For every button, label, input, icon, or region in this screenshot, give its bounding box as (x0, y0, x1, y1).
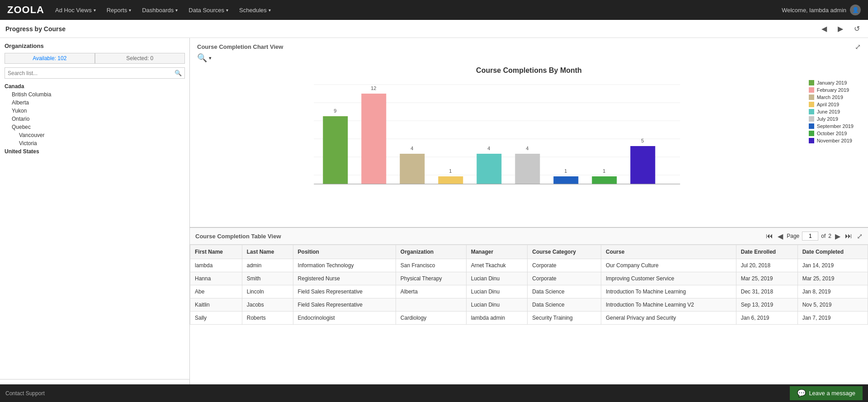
nav-right: Welcome, lambda admin 👤 (782, 5, 861, 15)
svg-text:1: 1 (449, 168, 452, 174)
nav-dashboards[interactable]: Dashboards ▾ (142, 7, 178, 14)
legend-item: March 2019 (809, 95, 854, 100)
bar-mar2019 (400, 154, 425, 184)
cell-manager: Lucian Dinu (466, 285, 528, 298)
cell-date-completed: Jan 14, 2019 (797, 259, 868, 272)
table-row: Sally Roberts Endocrinologist Cardiology… (190, 312, 868, 325)
filter-tab-available[interactable]: Available: 102 (5, 53, 95, 64)
legend-item: April 2019 (809, 102, 854, 107)
filter-tab-selected[interactable]: Selected: 0 (95, 53, 185, 64)
svg-text:9: 9 (334, 108, 336, 114)
left-panel: Organizations Available: 102 Selected: 0… (0, 38, 190, 402)
cell-position: Field Sales Representative (293, 298, 396, 312)
page-total: 2 (828, 233, 831, 239)
first-page-button[interactable]: ⏮ (765, 232, 774, 240)
col-last-name: Last Name (242, 245, 293, 259)
prev-page-button[interactable]: ◀ (777, 232, 784, 241)
right-panel: Course Completion Chart View ⤢ 🔍 ▾ Cours… (190, 38, 868, 402)
legend-color-apr (809, 102, 814, 107)
cell-course-category: Corporate (528, 272, 601, 285)
user-avatar[interactable]: 👤 (850, 5, 861, 15)
chat-label: Leave a message (809, 390, 855, 397)
list-item[interactable]: Victoria (5, 139, 185, 147)
legend-color-nov (809, 138, 814, 143)
legend-color-feb (809, 87, 814, 93)
cell-position: Endocrinologist (293, 312, 396, 325)
legend-item: October 2019 (809, 131, 854, 136)
page-title: Progress by Course (5, 25, 813, 33)
list-item[interactable]: Canada (5, 82, 185, 90)
cell-course: Introduction To Machine Learning V2 (601, 298, 736, 312)
next-page-button[interactable]: ▶ (834, 232, 841, 241)
search-icon: 🔍 (175, 70, 182, 76)
refresh-button[interactable]: ↺ (851, 23, 863, 35)
bar-jun2019 (476, 154, 501, 184)
col-manager: Manager (466, 245, 528, 259)
page-input[interactable] (802, 232, 818, 241)
nav-reports-label: Reports (107, 7, 127, 14)
cell-organization: Physical Therapy (396, 272, 466, 285)
legend-color-jun (809, 109, 814, 114)
zoom-tool-button[interactable]: 🔍 (197, 53, 207, 63)
cell-course: General Privacy and Security (601, 312, 736, 325)
cell-date-completed: Jan 7, 2019 (797, 312, 868, 325)
bar-sep2019 (553, 176, 578, 184)
list-item[interactable]: British Columbia (5, 90, 185, 99)
bar-jan2019 (323, 116, 348, 184)
nav-datasources[interactable]: Data Sources ▾ (189, 7, 228, 14)
svg-text:5: 5 (641, 138, 644, 143)
forward-button[interactable]: ▶ (835, 23, 846, 35)
cell-first-name: Sally (190, 312, 242, 325)
nav-adhoc[interactable]: Ad Hoc Views ▾ (55, 7, 96, 14)
list-item[interactable]: Yukon (5, 107, 185, 115)
bar-apr2019 (438, 176, 463, 184)
chart-expand-button[interactable]: ⤢ (855, 43, 861, 51)
chat-icon: 💬 (797, 389, 806, 397)
legend-color-oct (809, 131, 814, 136)
cell-position: Information Technology (293, 259, 396, 272)
last-page-button[interactable]: ⏭ (844, 232, 853, 240)
svg-text:1: 1 (603, 168, 605, 174)
chat-button[interactable]: 💬 Leave a message (790, 386, 863, 400)
svg-text:12: 12 (371, 85, 376, 91)
filter-section: Organizations Available: 102 Selected: 0… (0, 38, 189, 379)
app-logo: ZOOLA (7, 4, 44, 16)
col-position: Position (293, 245, 396, 259)
contact-support-link[interactable]: Contact Support (5, 390, 45, 397)
list-item[interactable]: Ontario (5, 115, 185, 123)
bar-nov2019 (630, 146, 655, 184)
nav-reports[interactable]: Reports ▾ (107, 7, 132, 14)
cell-first-name: Kaitlin (190, 298, 242, 312)
nav-adhoc-arrow: ▾ (94, 8, 96, 13)
cell-last-name: admin (242, 259, 293, 272)
chart-tools: 🔍 ▾ (197, 53, 861, 63)
table-head: First Name Last Name Position Organizati… (190, 245, 868, 259)
cell-date-enrolled: Sep 13, 2019 (736, 298, 797, 312)
legend-label-feb: February 2019 (817, 87, 849, 93)
legend-item: February 2019 (809, 87, 854, 93)
cell-first-name: Hanna (190, 272, 242, 285)
cell-date-enrolled: Jul 20, 2018 (736, 259, 797, 272)
nav-datasources-label: Data Sources (189, 7, 224, 14)
chart-container: Course Completions By Month (197, 66, 861, 216)
list-item[interactable]: Vancouver (5, 131, 185, 139)
legend-color-jan (809, 80, 814, 85)
bar-oct2019 (592, 176, 617, 184)
nav-schedules-label: Schedules (239, 7, 267, 14)
legend-label-jan: January 2019 (817, 80, 847, 85)
cell-date-enrolled: Jan 6, 2019 (736, 312, 797, 325)
nav-schedules[interactable]: Schedules ▾ (239, 7, 271, 14)
list-item[interactable]: Quebec (5, 123, 185, 131)
table-section: Course Completion Table View ⏮ ◀ Page of… (190, 228, 868, 402)
legend-label-jul: July 2019 (817, 116, 838, 122)
col-organization: Organization (396, 245, 466, 259)
list-item[interactable]: United States (5, 147, 185, 156)
search-input[interactable] (8, 70, 175, 76)
list-item[interactable]: Alberta (5, 99, 185, 107)
table-expand-button[interactable]: ⤢ (857, 232, 863, 241)
chart-legend: January 2019 February 2019 March 2019 (802, 80, 861, 143)
back-button[interactable]: ◀ (819, 23, 830, 35)
legend-label-nov: November 2019 (817, 138, 852, 143)
top-navigation: ZOOLA Ad Hoc Views ▾ Reports ▾ Dashboard… (0, 0, 868, 20)
bar-jul2019 (515, 154, 540, 184)
